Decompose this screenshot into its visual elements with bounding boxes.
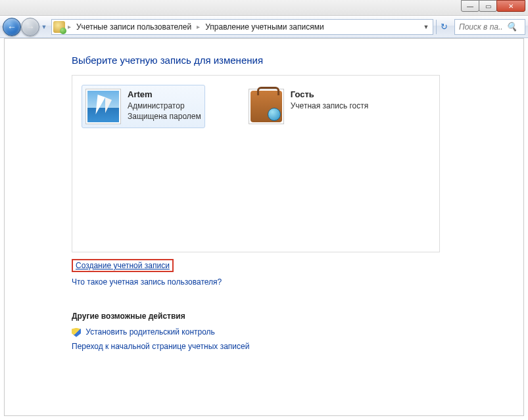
account-info: Artem Администратор Защищена паролем bbox=[128, 89, 201, 122]
window-buttons: — ▭ ✕ bbox=[462, 0, 525, 12]
parental-controls-link[interactable]: Установить родительский контроль bbox=[85, 327, 215, 337]
account-name: Гость bbox=[291, 89, 369, 101]
links-section: Создание учетной записи Что такое учетна… bbox=[72, 259, 484, 356]
search-box[interactable]: 🔍 bbox=[454, 19, 525, 35]
refresh-button[interactable]: ↻ bbox=[436, 20, 452, 34]
account-name: Artem bbox=[128, 89, 201, 101]
account-item-artem[interactable]: Artem Администратор Защищена паролем bbox=[82, 85, 205, 128]
nav-buttons: ← → ▼ bbox=[3, 18, 49, 36]
account-status: Защищена паролем bbox=[128, 111, 201, 122]
suitcase-icon bbox=[251, 91, 282, 122]
search-input[interactable] bbox=[458, 22, 504, 32]
account-item-guest[interactable]: Гость Учетная запись гостя bbox=[245, 85, 373, 128]
accounts-list: Artem Администратор Защищена паролем Гос… bbox=[72, 75, 440, 252]
account-role: Учетная запись гостя bbox=[291, 101, 369, 111]
page-title: Выберите учетную запись для изменения bbox=[72, 55, 484, 66]
avatar bbox=[249, 89, 284, 124]
back-button[interactable]: ← bbox=[3, 18, 21, 36]
breadcrumb-sep-icon: ▸ bbox=[197, 23, 200, 30]
forward-button: → bbox=[21, 18, 39, 36]
breadcrumb-user-accounts[interactable]: Учетные записи пользователей bbox=[74, 21, 194, 33]
sailboat-icon bbox=[87, 91, 119, 122]
shield-icon bbox=[72, 328, 81, 337]
breadcrumb-manage-accounts[interactable]: Управление учетными записями bbox=[203, 21, 326, 33]
create-account-link[interactable]: Создание учетной записи bbox=[72, 259, 174, 272]
breadcrumb-sep-icon: ▸ bbox=[68, 23, 71, 30]
maximize-button[interactable]: ▭ bbox=[479, 0, 497, 12]
toolbar: ← → ▼ ▸ Учетные записи пользователей ▸ У… bbox=[0, 16, 528, 38]
goto-accounts-home-link[interactable]: Переход к начальной странице учетных зап… bbox=[72, 342, 249, 351]
account-role: Администратор bbox=[128, 101, 201, 111]
avatar bbox=[85, 89, 121, 124]
search-icon: 🔍 bbox=[506, 22, 517, 32]
account-info: Гость Учетная запись гостя bbox=[291, 89, 369, 111]
close-button[interactable]: ✕ bbox=[496, 0, 525, 12]
other-actions-heading: Другие возможные действия bbox=[72, 312, 484, 321]
address-dropdown-icon[interactable]: ▼ bbox=[421, 24, 431, 30]
user-accounts-icon bbox=[53, 21, 65, 33]
address-bar[interactable]: ▸ Учетные записи пользователей ▸ Управле… bbox=[51, 19, 433, 35]
content-area: Выберите учетную запись для изменения Ar… bbox=[4, 38, 524, 416]
what-is-account-link[interactable]: Что такое учетная запись пользователя? bbox=[72, 277, 222, 287]
nav-history-dropdown[interactable]: ▼ bbox=[39, 20, 49, 34]
titlebar: — ▭ ✕ bbox=[0, 0, 528, 16]
minimize-button[interactable]: — bbox=[461, 0, 479, 12]
